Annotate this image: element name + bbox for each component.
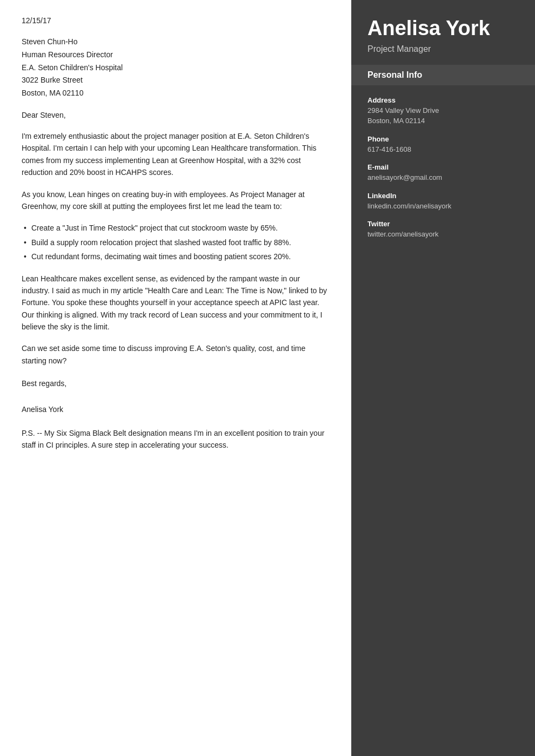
- info-email: E-mail anelisayork@gmail.com: [367, 163, 519, 183]
- info-twitter: Twitter twitter.com/anelisayork: [367, 220, 519, 240]
- letter-paragraph-2: As you know, Lean hinges on creating buy…: [22, 188, 330, 213]
- letter-closing: Best regards, Anelisa York: [22, 377, 330, 416]
- phone-value: 617-416-1608: [367, 144, 519, 155]
- letter-paragraph-4: Can we set aside some time to discuss im…: [22, 342, 330, 367]
- closing-text: Best regards,: [22, 377, 330, 390]
- sidebar-header: Anelisa York Project Manager: [351, 0, 535, 65]
- address-line2: Boston, MA 02114: [367, 116, 519, 126]
- sidebar-personal-info-heading: Personal Info: [351, 65, 535, 85]
- bullet-item-3: Cut redundant forms, decimating wait tim…: [22, 251, 330, 262]
- letter-paragraph-1: I'm extremely enthusiastic about the pro…: [22, 130, 330, 179]
- sidebar-job-title: Project Manager: [367, 44, 519, 54]
- recipient-street: 3022 Burke Street: [22, 74, 330, 87]
- twitter-value: twitter.com/anelisayork: [367, 229, 519, 240]
- sidebar-personal-info-section: Address 2984 Valley View Drive Boston, M…: [351, 85, 535, 259]
- recipient-title: Human Resources Director: [22, 49, 330, 62]
- email-label: E-mail: [367, 163, 519, 171]
- letter-date: 12/15/17: [22, 16, 330, 25]
- bullet-item-1: Create a "Just in Time Restock" project …: [22, 222, 330, 234]
- letter-ps: P.S. -- My Six Sigma Black Belt designat…: [22, 427, 330, 451]
- twitter-label: Twitter: [367, 220, 519, 228]
- linkedin-label: LinkedIn: [367, 192, 519, 200]
- email-value: anelisayork@gmail.com: [367, 172, 519, 183]
- phone-label: Phone: [367, 135, 519, 143]
- letter-signature: Anelisa York: [22, 403, 330, 416]
- sidebar: Anelisa York Project Manager Personal In…: [351, 0, 535, 756]
- letter-body: I'm extremely enthusiastic about the pro…: [22, 130, 330, 367]
- recipient-city: Boston, MA 02110: [22, 87, 330, 100]
- letter-bullet-list: Create a "Just in Time Restock" project …: [22, 222, 330, 262]
- info-phone: Phone 617-416-1608: [367, 135, 519, 155]
- letter-paragraph-3: Lean Healthcare makes excellent sense, a…: [22, 273, 330, 333]
- address-line1: 2984 Valley View Drive: [367, 105, 519, 116]
- recipient-org: E.A. Seton Children's Hospital: [22, 62, 330, 75]
- letter-area: 12/15/17 Steven Chun-Ho Human Resources …: [0, 0, 351, 756]
- address-label: Address: [367, 96, 519, 104]
- bullet-item-2: Build a supply room relocation project t…: [22, 237, 330, 248]
- linkedin-value: linkedin.com/in/anelisayork: [367, 201, 519, 212]
- letter-salutation: Dear Steven,: [22, 111, 330, 119]
- letter-recipient: Steven Chun-Ho Human Resources Director …: [22, 36, 330, 100]
- recipient-name: Steven Chun-Ho: [22, 36, 330, 49]
- sidebar-name: Anelisa York: [367, 16, 519, 41]
- info-linkedin: LinkedIn linkedin.com/in/anelisayork: [367, 192, 519, 212]
- info-address: Address 2984 Valley View Drive Boston, M…: [367, 96, 519, 126]
